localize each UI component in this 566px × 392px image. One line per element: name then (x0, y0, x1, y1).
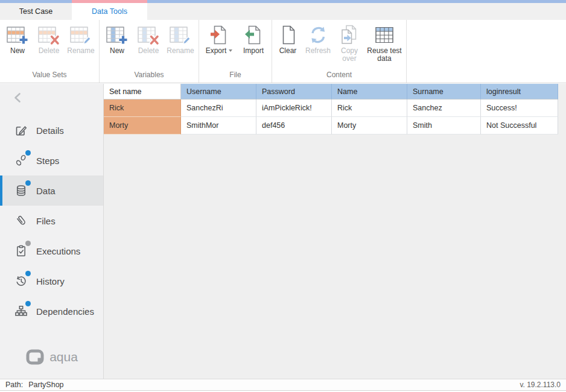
set-name-cell[interactable]: Morty (104, 117, 181, 134)
edit-icon (14, 124, 28, 137)
new-variable-icon (106, 25, 129, 45)
ribbon-group-variables: New Delete Rename Variables (100, 20, 199, 83)
footsteps-icon (14, 154, 28, 167)
button-label: New (110, 47, 124, 55)
new-value-set-button[interactable]: New (2, 24, 33, 55)
path-value: PartyShop (28, 381, 63, 389)
notification-badge (25, 241, 31, 246)
table-cell[interactable]: SanchezRi (181, 100, 256, 117)
set-name-cell[interactable]: Rick (104, 100, 181, 117)
table-cell[interactable]: iAmPickleRick! (256, 100, 332, 117)
column-header-surname[interactable]: Surname (407, 84, 481, 100)
column-header-password[interactable]: Password (256, 84, 332, 100)
button-label: Rename (67, 47, 94, 55)
table-cell[interactable]: Morty (332, 117, 407, 134)
sidebar-item-label: History (36, 276, 65, 286)
chevron-left-icon (12, 92, 24, 104)
path-label: Path: (5, 381, 23, 389)
data-panel: Set name Username Password Name Surname … (104, 84, 566, 379)
import-button[interactable]: Import (238, 24, 269, 55)
value-sets-table: Set name Username Password Name Surname … (104, 84, 558, 134)
rename-variable-button: Rename (165, 24, 196, 55)
delete-value-set-icon (37, 25, 60, 45)
notification-badge (25, 271, 31, 276)
ribbon-group-file: Export Import File (199, 20, 272, 83)
sidebar-item-data[interactable]: Data (0, 175, 103, 206)
reuse-test-data-icon (374, 25, 395, 45)
ribbon-group-label: Content (274, 70, 404, 83)
aqua-logo: aqua (0, 349, 103, 365)
tab-data-tools[interactable]: Data Tools (72, 3, 147, 20)
sidebar-item-label: Dependencies (36, 306, 94, 317)
notification-badge (25, 301, 31, 306)
column-header-name[interactable]: Name (332, 84, 407, 100)
copy-over-button: Copy over (335, 24, 364, 63)
sidebar-item-dependencies[interactable]: Dependencies (0, 296, 103, 326)
export-icon (210, 25, 228, 45)
refresh-button: Refresh (302, 24, 334, 55)
sidebar-collapse-button[interactable] (12, 92, 24, 104)
sidebar-nav: Details Steps (0, 115, 103, 326)
aqua-logo-icon (25, 349, 45, 365)
history-clock-icon (14, 274, 28, 288)
table-cell[interactable]: Success! (481, 100, 558, 117)
button-label: Delete (138, 47, 159, 55)
ribbon-group-label: Value Sets (2, 70, 97, 83)
ribbon-group-label: File (201, 70, 270, 83)
button-label: Copy over (336, 47, 363, 63)
sidebar-item-files[interactable]: Files (0, 206, 103, 236)
clipboard-check-icon (14, 244, 28, 258)
notification-badge (25, 150, 31, 156)
button-label: Rename (167, 47, 194, 55)
table-header-row: Set name Username Password Name Surname … (104, 84, 558, 100)
table-cell[interactable]: Not Successful (481, 117, 558, 134)
sidebar-item-history[interactable]: History (0, 266, 103, 296)
button-label: Clear (279, 47, 297, 55)
column-header-username[interactable]: Username (181, 84, 256, 100)
sidebar-item-label: Details (36, 125, 64, 136)
sidebar-item-label: Steps (36, 156, 59, 166)
rename-value-set-icon (69, 25, 92, 45)
delete-variable-button: Delete (133, 24, 164, 55)
dropdown-caret-icon (229, 49, 232, 52)
table-cell[interactable]: SmithMor (181, 117, 256, 134)
status-bar: Path: PartyShop v. 19.2.113.0 (0, 379, 566, 391)
ribbon-group-content: Clear Refresh (272, 20, 407, 83)
table-cell[interactable]: Rick (332, 100, 407, 117)
tab-test-case[interactable]: Test Case (0, 3, 72, 20)
ribbon: New Delete Rename Value Sets New (0, 20, 566, 83)
delete-variable-icon (137, 25, 160, 45)
sidebar-item-label: Data (36, 186, 56, 196)
table-cell[interactable]: Sanchez (407, 100, 481, 117)
org-chart-icon (14, 305, 28, 318)
reuse-test-data-button[interactable]: Reuse test data (365, 24, 404, 63)
sidebar-item-steps[interactable]: Steps (0, 145, 103, 175)
table-cell[interactable]: def456 (256, 117, 332, 134)
clear-button[interactable]: Clear (275, 24, 301, 55)
copy-over-icon (339, 25, 360, 45)
aqua-logo-text: aqua (49, 350, 78, 364)
clear-page-icon (279, 25, 297, 45)
refresh-icon (308, 25, 328, 45)
button-label: Delete (39, 47, 60, 55)
paperclip-icon (14, 214, 28, 227)
sidebar-item-details[interactable]: Details (0, 115, 103, 145)
new-value-set-icon (6, 25, 29, 45)
rename-value-set-button: Rename (65, 24, 97, 55)
delete-value-set-button: Delete (34, 24, 64, 55)
ribbon-group-value-sets: New Delete Rename Value Sets (0, 20, 100, 83)
main-area: Details Steps (0, 84, 566, 379)
column-header-loginresult[interactable]: loginresult (481, 84, 558, 100)
button-label: Refresh (305, 47, 331, 55)
column-header-set-name[interactable]: Set name (104, 84, 181, 100)
version-text: v. 19.2.113.0 (520, 381, 561, 389)
rename-variable-icon (169, 25, 192, 45)
export-button[interactable]: Export (202, 24, 237, 55)
new-variable-button[interactable]: New (102, 24, 132, 55)
table-cell[interactable]: Smith (407, 117, 481, 134)
button-label: Import (243, 47, 264, 55)
sidebar-item-executions[interactable]: Executions (0, 236, 103, 266)
table-row: Rick SanchezRi iAmPickleRick! Rick Sanch… (104, 100, 558, 117)
button-label: New (10, 47, 25, 55)
table-row: Morty SmithMor def456 Morty Smith Not Su… (104, 117, 558, 134)
